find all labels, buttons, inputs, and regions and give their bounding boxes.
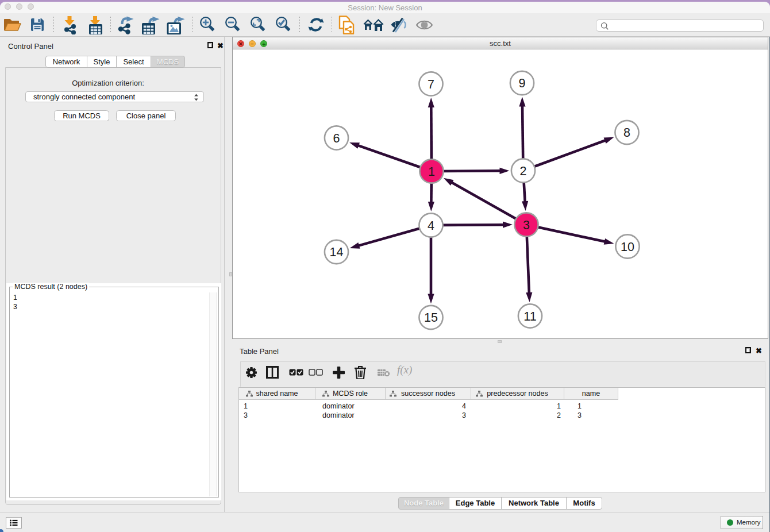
svg-text:9: 9 [519,76,526,90]
svg-text:8: 8 [623,126,630,140]
svg-text:4: 4 [428,219,434,233]
svg-text:3: 3 [523,218,530,232]
svg-text:7: 7 [428,78,434,91]
svg-text:11: 11 [523,310,536,323]
svg-text:2: 2 [520,164,527,178]
svg-text:14: 14 [330,245,344,259]
svg-text:6: 6 [333,132,340,145]
svg-text:15: 15 [424,311,438,325]
svg-text:10: 10 [621,240,634,254]
svg-text:1: 1 [428,165,435,179]
